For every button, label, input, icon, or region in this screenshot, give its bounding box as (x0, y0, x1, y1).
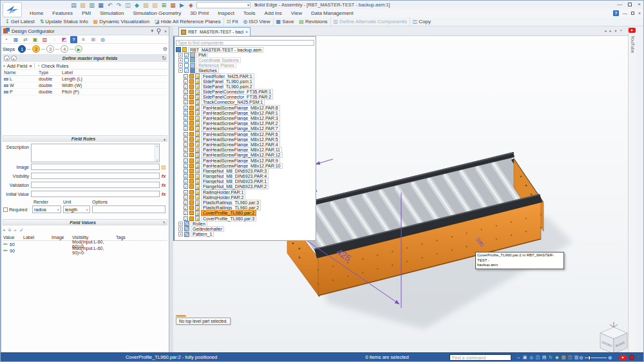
command-search-combo[interactable] (196, 2, 251, 8)
find-command-input[interactable]: Find a command (450, 354, 511, 361)
annotate-icon[interactable]: ◈ (187, 1, 194, 8)
tab-features[interactable]: Features (48, 9, 77, 17)
checkbox-icon[interactable]: ✓ (184, 169, 188, 173)
search-icon[interactable]: ◌ (51, 36, 58, 43)
refresh-icon[interactable]: ↻ (548, 355, 553, 360)
document-tab[interactable]: RBT_MASTER-TEST - backu... × (178, 27, 251, 36)
checkbox-icon[interactable]: ✓ (184, 95, 188, 99)
checkbox-icon[interactable]: ✓ (184, 205, 188, 210)
customize-toolbar-icon[interactable]: ▾ (255, 3, 258, 8)
iso-view-button[interactable]: ◍ISO View (240, 17, 272, 26)
checkbox-icon[interactable]: ✓ (184, 174, 188, 178)
expander-icon[interactable]: + (178, 63, 183, 68)
value-row-90[interactable]: abc90Mod(Input.L-60, 90)=0 (3, 247, 167, 254)
photo-icon[interactable]: ▨ (41, 36, 48, 43)
expander-icon[interactable]: + (178, 68, 183, 73)
restore-icon[interactable] (628, 3, 632, 6)
field-row-p[interactable]: PdoublePitch (P) (3, 89, 167, 95)
tab-data-management[interactable]: Data Management (307, 9, 358, 17)
screenshot-icon[interactable]: ▣ (522, 355, 527, 360)
panel-dock-icon[interactable]: ▾ (151, 28, 153, 33)
image-icon[interactable]: ▣ (32, 36, 39, 43)
youtube-tab[interactable]: YouTube (630, 35, 635, 53)
tree-item-reference-planes[interactable]: +Reference Planes (175, 63, 316, 68)
tree-item-coverprofile-tl960-par-3[interactable]: ✓CoverProfile_TL960.par:3 (175, 216, 316, 221)
save-as-icon[interactable]: ▥ (88, 1, 95, 8)
window-icon[interactable]: ◫ (535, 355, 540, 360)
checkbox-icon[interactable]: ✓ (184, 126, 188, 131)
palette-icon[interactable]: ◩ (61, 36, 68, 43)
checkbox-icon[interactable]: ✓ (184, 132, 188, 137)
expander-icon[interactable]: + (178, 227, 183, 231)
revisions-button[interactable]: ▤Revisions (296, 17, 330, 26)
checkbox-icon[interactable]: ✓ (184, 153, 188, 157)
prev-step-button[interactable]: ◂ (4, 55, 10, 61)
redo-icon[interactable]: ↷ (115, 1, 122, 8)
delete-value-icon[interactable]: × (14, 227, 17, 233)
checkbox-icon[interactable]: ✓ (184, 100, 188, 104)
copy-button[interactable]: ◫Copy (410, 17, 433, 26)
dynamic-visualization-button[interactable]: ▦Dynamic Visualization (91, 17, 153, 26)
panel-close-icon[interactable]: × (164, 29, 167, 33)
tree-item-pmi[interactable]: +✓PMI (175, 52, 316, 57)
globe-icon[interactable]: ◍ (99, 36, 106, 43)
youtube-overlay-icon[interactable]: ▶ (620, 355, 627, 360)
field-rules-header[interactable]: Field Rules ▴ (3, 135, 167, 142)
step-4[interactable]: 4 (61, 45, 68, 53)
edit-values-icon[interactable]: ≡ (8, 227, 12, 233)
checkbox-icon[interactable]: ✓ (184, 137, 188, 142)
plant-icon[interactable]: ◆ (554, 355, 560, 360)
view-cube[interactable]: FRONT RIGHT (600, 322, 627, 354)
tab-3d-print[interactable]: 3D Print (185, 9, 213, 17)
help-icon[interactable]: ? (613, 10, 619, 16)
zoom-slider[interactable] (585, 357, 607, 358)
command-arrow-icon[interactable]: → (515, 353, 520, 362)
get-latest-button[interactable]: ↧Get Latest (3, 17, 37, 26)
checkbox-icon[interactable]: ✓ (184, 79, 188, 84)
expander-icon[interactable]: + (178, 232, 183, 236)
validation-field[interactable] (31, 182, 160, 188)
flow-icon[interactable]: ≡ (80, 36, 87, 43)
close-icon[interactable]: × (638, 1, 641, 8)
record-icon[interactable] (629, 355, 634, 360)
tab-simulation-geometry[interactable]: Simulation Geometry (129, 9, 186, 17)
required-checkbox[interactable]: Required (3, 207, 27, 212)
expander-icon[interactable]: + (178, 58, 183, 62)
tab-view[interactable]: View (287, 9, 307, 17)
folder-icon[interactable]: ▨ (151, 1, 158, 8)
tab-add-ins[interactable]: Add Ins (260, 9, 287, 17)
update-arrow-icon[interactable]: ↑ (637, 355, 642, 360)
options-field[interactable] (92, 205, 166, 213)
zoom-tool-icon[interactable]: ◎ (529, 355, 534, 360)
grid-icon[interactable]: ⊞ (160, 1, 167, 8)
initial-value-formula-icon[interactable]: fx (160, 191, 167, 197)
checkbox-icon[interactable]: ✓ (184, 90, 188, 94)
checkbox-icon[interactable]: ✓ (184, 74, 188, 79)
folder-icon[interactable]: ▨ (561, 355, 566, 360)
step-3[interactable]: 3 (46, 45, 54, 53)
image-field[interactable] (31, 164, 160, 170)
save-icon[interactable]: ▦ (97, 1, 104, 8)
find-components-input[interactable]: Type to find components (176, 40, 314, 46)
checkbox-icon[interactable]: ✓ (184, 53, 189, 57)
visibility-formula-icon[interactable]: fx (160, 173, 167, 179)
checkbox-icon[interactable]: ✓ (184, 216, 188, 221)
tab-simulation[interactable]: Simulation (95, 9, 128, 17)
tab-inspect[interactable]: Inspect (213, 9, 239, 17)
layers-icon[interactable]: ▤ (542, 355, 547, 360)
checkbox-icon[interactable] (184, 63, 189, 68)
field-values-header[interactable]: Field Values ↰ (3, 219, 167, 225)
checkbox-icon[interactable]: ✓ (184, 68, 189, 73)
expander-icon[interactable]: + (178, 222, 183, 226)
configurator-icon[interactable]: ◔ (3, 36, 10, 43)
field-row-l[interactable]: LdoubleLength (L) (3, 76, 167, 82)
update-status-info-button[interactable]: ⇅Update Status Info (37, 17, 91, 26)
transfer-icon[interactable]: ⇄ (22, 36, 29, 43)
app-logo[interactable] (3, 2, 22, 17)
tab-close-icon[interactable]: × (245, 30, 248, 34)
tab-home[interactable]: Home (25, 9, 48, 17)
checkbox-icon[interactable]: ✓ (184, 158, 188, 163)
add-value-icon[interactable]: + (3, 227, 6, 233)
close-tab-icon[interactable]: × (620, 28, 622, 33)
refresh-icon[interactable]: ↻ (162, 55, 166, 61)
